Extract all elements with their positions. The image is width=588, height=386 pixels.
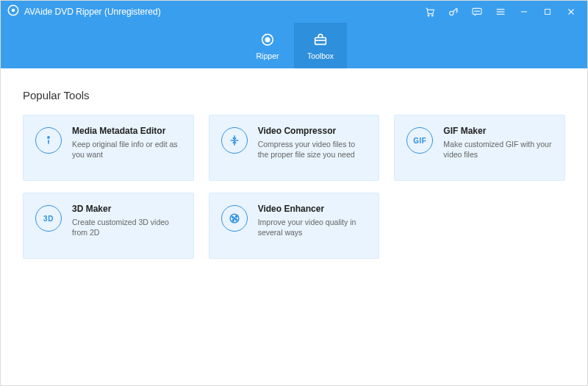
app-logo: AVAide DVD Ripper (Unregistered) <box>7 4 161 20</box>
svg-point-24 <box>232 216 233 218</box>
svg-point-27 <box>232 220 234 221</box>
app-window: AVAide DVD Ripper (Unregistered) <box>0 0 588 386</box>
svg-rect-13 <box>545 10 551 15</box>
enhancer-icon <box>221 205 248 232</box>
tool-title: 3D Maker <box>72 204 182 214</box>
svg-point-6 <box>475 11 476 12</box>
tab-toolbox[interactable]: Toolbox <box>294 23 347 68</box>
app-title: AVAide DVD Ripper (Unregistered) <box>24 7 161 17</box>
tool-text: 3D Maker Create customized 3D video from… <box>72 204 182 248</box>
tool-desc: Compress your video files to the proper … <box>258 139 368 160</box>
svg-point-3 <box>431 15 433 16</box>
svg-rect-18 <box>315 37 326 44</box>
titlebar-controls <box>424 6 581 18</box>
svg-point-4 <box>450 11 453 15</box>
tool-title: Video Compressor <box>258 126 368 136</box>
titlebar: AVAide DVD Ripper (Unregistered) <box>1 1 587 23</box>
tools-grid: Media Metadata Editor Keep original file… <box>23 115 565 259</box>
tool-video-enhancer[interactable]: Video Enhancer Improve your video qualit… <box>209 193 380 259</box>
tab-toolbox-label: Toolbox <box>307 51 334 60</box>
tab-ripper[interactable]: Ripper <box>241 23 294 68</box>
tool-video-compressor[interactable]: Video Compressor Compress your video fil… <box>209 115 380 181</box>
maximize-icon[interactable] <box>542 6 553 18</box>
key-icon[interactable] <box>448 6 459 18</box>
content: Popular Tools Media Metadata Editor Keep… <box>1 68 587 385</box>
tab-ripper-label: Ripper <box>257 51 279 60</box>
svg-point-26 <box>235 219 237 221</box>
3d-icon: 3D <box>35 205 62 232</box>
tool-text: GIF Maker Make customized GIF with your … <box>443 126 553 170</box>
tool-text: Video Enhancer Improve your video qualit… <box>258 204 368 248</box>
svg-point-7 <box>477 11 478 12</box>
app-logo-icon <box>7 4 20 20</box>
tool-3d-maker[interactable]: 3D 3D Maker Create customized 3D video f… <box>23 193 194 259</box>
tool-title: GIF Maker <box>443 126 553 136</box>
svg-point-25 <box>235 216 237 218</box>
compressor-icon <box>221 127 248 154</box>
svg-point-1 <box>12 9 15 12</box>
svg-point-17 <box>265 37 270 42</box>
cart-icon[interactable] <box>424 6 436 18</box>
minimize-icon[interactable] <box>518 6 530 18</box>
svg-point-20 <box>48 137 49 138</box>
header: AVAide DVD Ripper (Unregistered) <box>1 1 587 68</box>
tool-desc: Keep original file info or edit as you w… <box>72 139 182 160</box>
feedback-icon[interactable] <box>471 6 483 18</box>
record-icon <box>259 31 276 49</box>
svg-point-2 <box>428 15 429 16</box>
tool-title: Media Metadata Editor <box>72 126 182 136</box>
toolbox-icon <box>312 31 329 49</box>
tool-text: Media Metadata Editor Keep original file… <box>72 126 182 170</box>
tool-text: Video Compressor Compress your video fil… <box>258 126 368 170</box>
tool-desc: Create customized 3D video from 2D <box>72 217 182 237</box>
tabs: Ripper Toolbox <box>1 23 587 68</box>
tool-desc: Make customized GIF with your video file… <box>443 139 553 160</box>
tool-media-metadata-editor[interactable]: Media Metadata Editor Keep original file… <box>23 115 194 181</box>
close-icon[interactable] <box>565 6 577 18</box>
svg-point-8 <box>478 11 479 12</box>
svg-point-28 <box>234 218 235 219</box>
section-title: Popular Tools <box>23 89 565 101</box>
metadata-icon <box>35 127 62 154</box>
menu-icon[interactable] <box>495 6 506 18</box>
gif-icon: GIF <box>406 127 433 154</box>
tool-title: Video Enhancer <box>258 204 368 214</box>
tool-gif-maker[interactable]: GIF GIF Maker Make customized GIF with y… <box>394 115 565 181</box>
tool-desc: Improve your video quality in several wa… <box>258 217 368 237</box>
